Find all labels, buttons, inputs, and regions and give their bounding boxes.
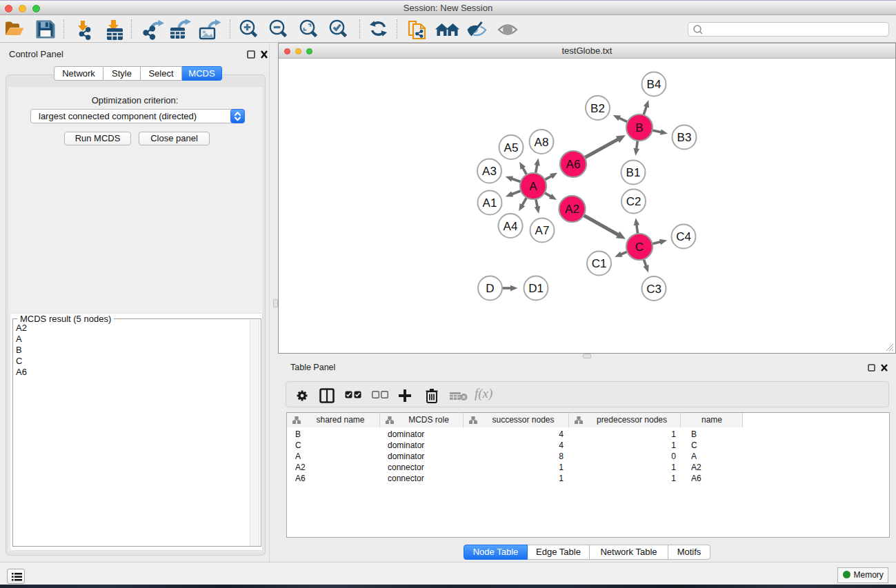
svg-text:B4: B4 <box>647 78 661 91</box>
svg-text:C4: C4 <box>676 230 691 243</box>
svg-text:B3: B3 <box>677 131 692 144</box>
svg-text:A7: A7 <box>535 224 550 237</box>
svg-text:B: B <box>635 121 643 134</box>
svg-text:A8: A8 <box>535 136 549 149</box>
svg-text:A5: A5 <box>504 141 519 154</box>
svg-text:C2: C2 <box>626 195 641 208</box>
svg-text:A3: A3 <box>482 165 497 178</box>
svg-text:D1: D1 <box>528 282 544 295</box>
svg-text:B1: B1 <box>626 166 641 179</box>
svg-text:A4: A4 <box>504 220 518 233</box>
svg-text:C3: C3 <box>646 283 661 296</box>
svg-text:A1: A1 <box>483 196 497 210</box>
svg-text:C: C <box>635 241 644 254</box>
svg-text:A6: A6 <box>566 158 581 171</box>
svg-text:C1: C1 <box>592 257 607 270</box>
svg-text:A: A <box>529 180 537 193</box>
svg-text:B2: B2 <box>590 102 605 115</box>
svg-text:D: D <box>486 282 494 295</box>
svg-text:A2: A2 <box>565 203 579 216</box>
